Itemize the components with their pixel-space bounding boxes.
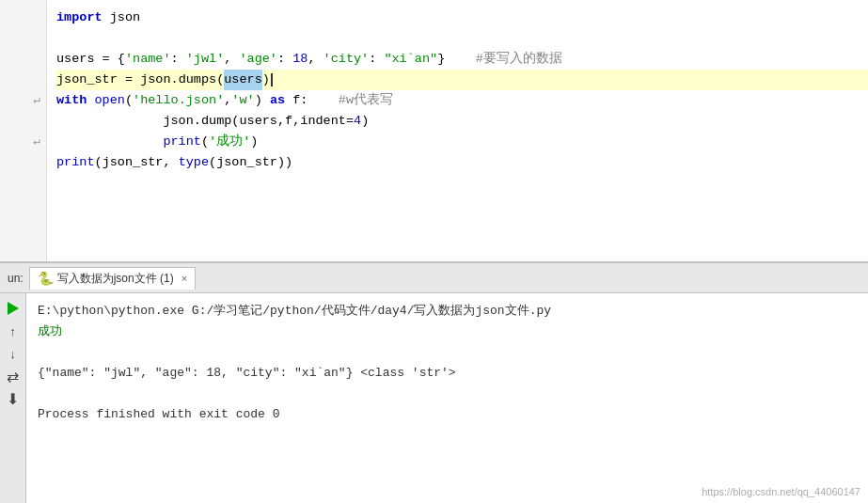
code-line-7: print('成功')	[56, 132, 868, 152]
output-line-exit: Process finished with exit code 0	[38, 404, 857, 425]
output-line-success: 成功	[38, 322, 857, 342]
app-container: ↵ ↵ import json users = {'name': 'jwl', …	[0, 0, 868, 503]
output-left-bar: ↑ ↓ ⇄ ⬇	[0, 293, 26, 503]
output-body: ↑ ↓ ⇄ ⬇ E:\python\python.exe G:/学习笔记/pyt…	[0, 293, 868, 503]
output-line-blank2	[38, 384, 857, 404]
output-line-path: E:\python\python.exe G:/学习笔记/python/代码文件…	[38, 301, 857, 322]
code-line-1: import json	[56, 8, 868, 28]
output-line-blank1	[38, 342, 857, 363]
code-line-2	[56, 28, 868, 49]
var-json-str: json_str	[56, 70, 118, 90]
code-line-8: print(json_str, type(json_str))	[56, 152, 868, 173]
code-line-10	[56, 194, 868, 214]
output-line-json: {"name": "jwl", "age": 18, "city": "xi`a…	[38, 363, 857, 384]
gutter-line-5: ↵	[33, 90, 40, 111]
tab-name: 写入数据为json文件 (1)	[57, 271, 174, 287]
code-line-9	[56, 173, 868, 194]
stop-button[interactable]: ⬇	[4, 389, 23, 408]
var-users: users	[56, 49, 95, 70]
selected-text: users	[224, 70, 262, 90]
tab-close-button[interactable]: ×	[181, 273, 187, 284]
watermark: https://blog.csdn.net/qq_44060147	[702, 486, 860, 497]
output-content: E:\python\python.exe G:/学习笔记/python/代码文件…	[26, 293, 868, 503]
cursor	[271, 73, 273, 86]
keyword-import: import	[56, 8, 103, 28]
code-content[interactable]: import json users = {'name': 'jwl', 'age…	[47, 0, 868, 261]
scroll-down-button[interactable]: ↓	[4, 344, 23, 363]
line-numbers: ↵ ↵	[0, 0, 47, 261]
code-line-3: users = {'name': 'jwl', 'age': 18, 'city…	[56, 49, 868, 70]
code-line-5: with open('hello.json','w') as f: #w代表写	[56, 90, 868, 111]
comment-data: #要写入的数据	[476, 49, 562, 70]
output-section: un: 🐍 写入数据为json文件 (1) × ↑ ↓ ⇄ ⬇ E:\pyth	[0, 263, 868, 503]
run-label: un:	[8, 272, 24, 285]
comment-w: #w代表写	[339, 90, 393, 111]
play-icon	[8, 302, 19, 315]
run-tab[interactable]: 🐍 写入数据为json文件 (1) ×	[29, 267, 196, 290]
module-json: json	[110, 8, 140, 28]
code-editor: ↵ ↵ import json users = {'name': 'jwl', …	[0, 0, 868, 263]
python-icon: 🐍	[38, 271, 54, 286]
rerun-button[interactable]: ⇄	[4, 367, 23, 385]
gutter-line-7: ↵	[33, 132, 40, 152]
run-toolbar: un: 🐍 写入数据为json文件 (1) ×	[0, 263, 868, 293]
code-line-6: json.dump(users,f,indent=4)	[56, 111, 868, 132]
scroll-up-button[interactable]: ↑	[4, 322, 23, 340]
play-button[interactable]	[4, 299, 23, 318]
code-line-4: json_str = json.dumps(users)	[56, 70, 868, 90]
